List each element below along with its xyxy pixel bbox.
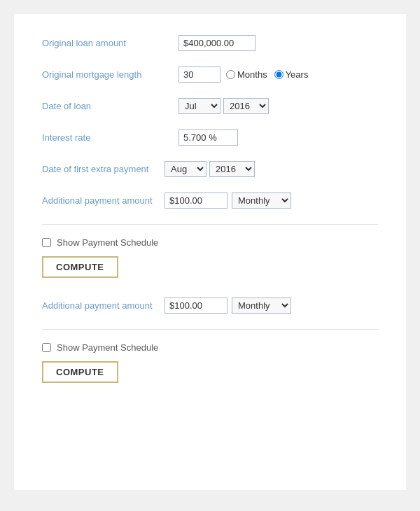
months-radio[interactable] (226, 70, 235, 79)
frequency-select-2[interactable]: Monthly Weekly Bi-Weekly Annually (232, 298, 291, 314)
show-schedule-checkbox-2[interactable] (42, 343, 51, 352)
show-schedule-checkbox-1[interactable] (42, 238, 51, 247)
interest-rate-row: Interest rate (42, 130, 378, 146)
show-schedule-label-2: Show Payment Schedule (57, 342, 158, 353)
mortgage-length-input[interactable] (178, 66, 220, 83)
compute-button-2[interactable]: COMPUTE (42, 361, 118, 383)
months-label: Months (237, 69, 267, 80)
interest-rate-input[interactable] (178, 130, 238, 146)
additional-payment-input-1[interactable] (164, 192, 227, 209)
interest-rate-label: Interest rate (42, 132, 178, 143)
divider-2 (42, 329, 378, 330)
first-extra-date-label: Date of first extra payment (42, 164, 164, 174)
additional-payment-input-2[interactable] (164, 298, 227, 314)
date-of-loan-row: Date of loan JanFebMarApr MayJunJulAug S… (42, 98, 378, 114)
loan-month-select[interactable]: JanFebMarApr MayJunJulAug SepOctNovDec (178, 98, 220, 114)
years-radio[interactable] (274, 70, 284, 79)
main-card: Original loan amount Original mortgage l… (14, 14, 406, 490)
length-unit-group: Months Years (226, 69, 308, 80)
divider-1 (42, 224, 378, 225)
show-schedule-row-1: Show Payment Schedule (42, 237, 378, 248)
mortgage-length-label: Original mortgage length (42, 69, 178, 80)
first-extra-date-row: Date of first extra payment JanFebMarApr… (42, 161, 378, 177)
additional-payment-label-2: Additional payment amount (42, 300, 164, 311)
additional-payment-row-2: Additional payment amount Monthly Weekly… (42, 298, 378, 314)
mortgage-length-row: Original mortgage length Months Years (42, 66, 378, 83)
show-schedule-label-1: Show Payment Schedule (57, 237, 158, 248)
first-extra-date-group: JanFebMarApr MayJunJulAug SepOctNovDec 2… (164, 161, 255, 177)
additional-payment-row-1: Additional payment amount Monthly Weekly… (42, 192, 378, 209)
compute-button-1[interactable]: COMPUTE (42, 256, 118, 278)
date-of-loan-group: JanFebMarApr MayJunJulAug SepOctNovDec 2… (178, 98, 269, 114)
years-radio-label[interactable]: Years (274, 69, 309, 80)
loan-amount-input[interactable] (178, 35, 255, 51)
first-extra-month-select[interactable]: JanFebMarApr MayJunJulAug SepOctNovDec (164, 161, 206, 177)
additional-payment-label-1: Additional payment amount (42, 195, 164, 206)
show-schedule-row-2: Show Payment Schedule (42, 342, 378, 353)
years-label: Years (286, 69, 309, 80)
loan-amount-label: Original loan amount (42, 38, 178, 48)
date-of-loan-label: Date of loan (42, 101, 178, 111)
frequency-select-1[interactable]: Monthly Weekly Bi-Weekly Annually (232, 192, 291, 209)
first-extra-year-select[interactable]: 20142015201620172018 (209, 161, 255, 177)
loan-amount-row: Original loan amount (42, 35, 378, 51)
loan-year-select[interactable]: 20142015201620172018 (223, 98, 269, 114)
months-radio-label[interactable]: Months (226, 69, 267, 80)
